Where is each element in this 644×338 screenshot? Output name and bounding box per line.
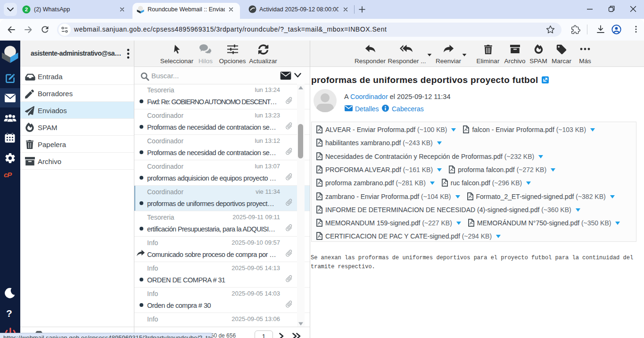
svg-text:2: 2: [25, 7, 28, 12]
